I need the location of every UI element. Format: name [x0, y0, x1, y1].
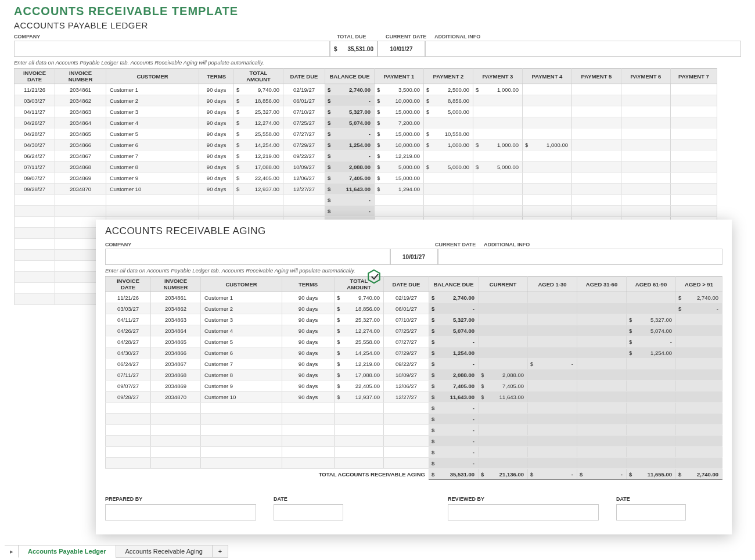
cell[interactable] [523, 106, 572, 117]
cell[interactable]: - [429, 414, 479, 425]
cell[interactable]: - [325, 206, 375, 217]
cell[interactable] [572, 173, 621, 184]
cell[interactable]: - [429, 436, 479, 447]
cell[interactable] [201, 436, 282, 447]
cell[interactable] [577, 358, 627, 369]
cell[interactable] [106, 447, 151, 458]
cell[interactable] [384, 436, 429, 447]
cell[interactable] [671, 195, 717, 206]
cell[interactable] [671, 128, 717, 139]
cell[interactable] [621, 95, 671, 106]
cell[interactable]: 12/27/27 [384, 392, 429, 403]
cell[interactable] [283, 195, 325, 206]
cell[interactable] [621, 173, 671, 184]
cell[interactable]: 90 days [199, 117, 234, 128]
cell[interactable]: 09/22/27 [283, 150, 325, 161]
cell[interactable]: 15,000.00 [375, 106, 424, 117]
cell[interactable]: 5,327.00 [325, 106, 375, 117]
cell[interactable]: 90 days [199, 139, 234, 150]
cell[interactable] [528, 325, 577, 336]
cell[interactable]: 2034869 [151, 380, 201, 392]
cell[interactable] [621, 206, 671, 217]
cell[interactable] [106, 425, 151, 436]
cell[interactable] [282, 447, 335, 458]
aging-company-input[interactable] [105, 249, 390, 265]
cell[interactable] [671, 95, 717, 106]
cell[interactable] [106, 403, 151, 414]
cell[interactable]: 06/01/27 [283, 95, 325, 106]
cell[interactable]: 2,740.00 [429, 292, 479, 303]
cell[interactable]: 14,254.00 [234, 139, 283, 150]
cell[interactable] [627, 414, 676, 425]
cell[interactable] [479, 292, 528, 303]
cell[interactable] [577, 325, 627, 336]
cell[interactable]: Customer 1 [201, 292, 282, 303]
cell[interactable] [106, 414, 151, 425]
cell[interactable]: 2034863 [151, 314, 201, 325]
cell[interactable] [523, 117, 572, 128]
cell[interactable] [621, 184, 671, 195]
cell[interactable] [577, 347, 627, 358]
cell[interactable]: 17,088.00 [335, 369, 384, 380]
cell[interactable] [106, 206, 199, 217]
cell[interactable]: 07/29/27 [384, 347, 429, 358]
cell[interactable] [528, 336, 577, 347]
cell[interactable] [523, 206, 572, 217]
cell[interactable]: 90 days [199, 84, 234, 95]
cell[interactable]: 12/06/27 [384, 380, 429, 392]
cell[interactable] [676, 369, 722, 380]
cell[interactable] [671, 161, 717, 173]
cell[interactable]: 90 days [282, 336, 335, 347]
cell[interactable]: 2034867 [55, 150, 106, 161]
cell[interactable] [335, 425, 384, 436]
cell[interactable] [627, 303, 676, 314]
cell[interactable]: 2034870 [151, 392, 201, 403]
cell[interactable] [523, 173, 572, 184]
cell[interactable] [621, 84, 671, 95]
cell[interactable] [577, 369, 627, 380]
cell[interactable] [627, 369, 676, 380]
cell[interactable] [671, 117, 717, 128]
cell[interactable]: 2034865 [151, 336, 201, 347]
cell[interactable]: 07/27/27 [283, 128, 325, 139]
cell[interactable] [55, 206, 106, 217]
cell[interactable] [676, 436, 722, 447]
cell[interactable] [676, 392, 722, 403]
cell[interactable] [335, 436, 384, 447]
cell[interactable] [479, 314, 528, 325]
cell[interactable]: 12,219.00 [375, 150, 424, 161]
cell[interactable]: 07/27/27 [384, 336, 429, 347]
cell[interactable]: - [429, 336, 479, 347]
cell[interactable]: 10,000.00 [375, 139, 424, 150]
cell[interactable] [577, 392, 627, 403]
cell[interactable] [523, 150, 572, 161]
cell[interactable] [199, 206, 234, 217]
cell[interactable]: 07/10/27 [384, 314, 429, 325]
cell[interactable]: 09/22/27 [384, 358, 429, 369]
cell[interactable] [15, 272, 55, 283]
cell[interactable] [424, 173, 473, 184]
cell[interactable]: 12,274.00 [335, 325, 384, 336]
cell[interactable] [627, 436, 676, 447]
cell[interactable] [479, 436, 528, 447]
cell[interactable] [528, 436, 577, 447]
cell[interactable] [671, 84, 717, 95]
cell[interactable] [572, 117, 621, 128]
cell[interactable] [15, 228, 55, 239]
cell[interactable] [671, 184, 717, 195]
cell[interactable]: 09/28/27 [106, 392, 151, 403]
cell[interactable] [201, 425, 282, 436]
cell[interactable]: 5,074.00 [429, 325, 479, 336]
cell[interactable]: Customer 8 [106, 161, 199, 173]
cell[interactable] [523, 195, 572, 206]
cell[interactable] [234, 206, 283, 217]
cell[interactable]: 11,643.00 [429, 392, 479, 403]
company-input[interactable] [14, 41, 330, 57]
cell[interactable]: Customer 7 [106, 150, 199, 161]
cell[interactable]: 06/01/27 [384, 303, 429, 314]
cell[interactable] [424, 117, 473, 128]
cell[interactable] [384, 414, 429, 425]
cell[interactable]: 10/09/27 [384, 369, 429, 380]
cell[interactable] [201, 447, 282, 458]
cell[interactable] [234, 195, 283, 206]
